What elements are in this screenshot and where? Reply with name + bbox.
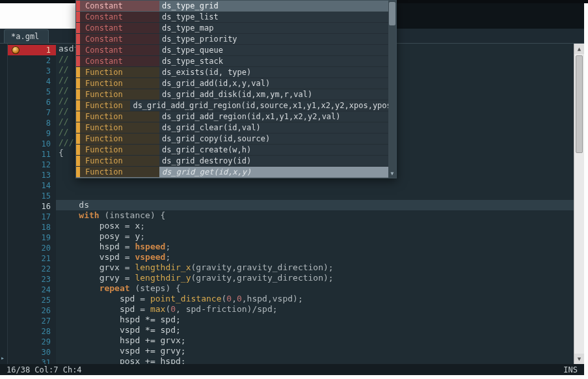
line-number: 27 [8, 316, 56, 326]
autocomplete-scrollbar[interactable]: ▼ [388, 1, 396, 178]
autocomplete-item[interactable]: Constantds_type_map [76, 23, 396, 34]
autocomplete-item-text: ds_type_grid [159, 1, 396, 10]
line-number: 29 [8, 337, 56, 347]
typed-text: ds [79, 200, 89, 210]
scroll-down-icon[interactable]: ▼ [388, 170, 396, 178]
autocomplete-item[interactable]: Constantds_type_grid [76, 1, 396, 12]
autocomplete-kind-label: Function [80, 167, 159, 177]
autocomplete-item[interactable]: Functionds_grid_add(id,x,y,val) [76, 78, 396, 89]
line-number: 23 [8, 274, 56, 285]
line-number: 14 [8, 180, 56, 191]
autocomplete-item[interactable]: Functionds_grid_add_region(id,x1,y1,x2,y… [76, 111, 396, 122]
code-text: // [59, 96, 69, 105]
line-number: 30 [8, 347, 56, 358]
scroll-up-icon[interactable]: ▲ [574, 44, 584, 54]
autocomplete-item-text: ds_grid_create(w,h) [159, 145, 396, 154]
autocomplete-kind-label: Constant [80, 34, 159, 44]
autocomplete-item-text: ds_type_map [159, 23, 396, 33]
autocomplete-item-text: ds_type_list [159, 12, 396, 21]
autocomplete-popup[interactable]: ▼ Constantds_type_gridConstantds_type_li… [75, 0, 397, 178]
line-number: 1 [8, 45, 56, 55]
tab-bar: *a.gml [0, 29, 49, 43]
line-number: 12 [8, 160, 56, 170]
autocomplete-item-text: ds_grid_add_region(id,x1,y1,x2,y2,val) [159, 112, 396, 121]
autocomplete-item[interactable]: Functionds_grid_add_disk(id,xm,ym,r,val) [76, 89, 396, 100]
autocomplete-kind-label: Function [80, 156, 159, 166]
autocomplete-item-text: ds_grid_copy(id,source) [159, 134, 396, 143]
autocomplete-kind-label: Constant [80, 1, 159, 11]
line-number: 22 [8, 264, 56, 274]
vertical-scrollbar[interactable]: ▲ ▼ [574, 44, 584, 364]
autocomplete-item-text: ds_grid_get(id,x,y) [159, 167, 396, 176]
line-number: 11 [8, 149, 56, 160]
line-number: 4 [8, 76, 56, 87]
fold-caret-icon[interactable]: ▸ [1, 354, 5, 361]
line-number: 10 [8, 139, 56, 149]
autocomplete-item-text: ds_type_queue [159, 46, 396, 55]
scroll-down-icon[interactable]: ▼ [574, 354, 584, 364]
autocomplete-kind-label: Constant [80, 45, 159, 55]
tab-file[interactable]: *a.gml [4, 29, 49, 43]
code-text: // [59, 117, 69, 126]
autocomplete-item[interactable]: Functionds_grid_clear(id,val) [76, 122, 396, 133]
line-number: 8 [8, 118, 56, 128]
autocomplete-item[interactable]: Functionds_grid_create(w,h) [76, 145, 396, 156]
line-number: 25 [8, 295, 56, 305]
line-number: 21 [8, 253, 56, 264]
autocomplete-kind-label: Function [80, 122, 159, 133]
line-number: 6 [8, 97, 56, 107]
autocomplete-item[interactable]: Functionds_exists(id, type) [76, 67, 396, 78]
current-line[interactable]: ds [56, 200, 584, 210]
line-number: 2 [8, 55, 56, 66]
autocomplete-kind-label: Function [80, 100, 130, 111]
autocomplete-item[interactable]: Constantds_type_list [76, 12, 396, 23]
autocomplete-item[interactable]: Functionds_grid_copy(id,source) [76, 133, 396, 145]
autocomplete-item-text: ds_exists(id, type) [159, 68, 396, 77]
autocomplete-item[interactable]: Constantds_type_stack [76, 56, 396, 67]
line-number: 19 [8, 232, 56, 243]
line-number-column: 1234567891011121314151617181920212223242… [8, 44, 56, 364]
autocomplete-scroll-thumb[interactable] [389, 2, 395, 25]
autocomplete-item-text: ds_grid_add(id,x,y,val) [159, 79, 396, 88]
autocomplete-kind-label: Function [80, 67, 159, 77]
line-number: 15 [8, 191, 56, 201]
code-text: // [59, 75, 69, 85]
code-text: /// [59, 137, 74, 147]
autocomplete-kind-label: Function [80, 133, 159, 144]
code-text: // [59, 64, 69, 74]
autocomplete-kind-label: Function [80, 78, 159, 89]
autocomplete-item[interactable]: Constantds_type_priority [76, 34, 396, 45]
line-number: 17 [8, 212, 56, 222]
autocomplete-item-text: ds_type_stack [159, 57, 396, 66]
code-text: // [59, 54, 69, 64]
autocomplete-item[interactable]: Functionds_grid_destroy(id) [76, 156, 396, 167]
line-number: 28 [8, 326, 56, 337]
autocomplete-kind-label: Constant [80, 12, 159, 22]
chrome-bottom [0, 375, 588, 379]
autocomplete-item-text: ds_grid_clear(id,val) [159, 123, 396, 132]
autocomplete-item-text: ds_grid_add_disk(id,xm,ym,r,val) [159, 90, 396, 99]
autocomplete-item-text: ds_grid_add_grid_region(id,source,x1,y1,… [130, 101, 396, 110]
autocomplete-kind-label: Function [80, 89, 159, 100]
fold-gutter[interactable]: ▸ [0, 44, 8, 364]
line-number: 16 [8, 201, 56, 212]
autocomplete-item[interactable]: Functionds_grid_get(id,x,y) [76, 167, 396, 178]
autocomplete-item[interactable]: Constantds_type_queue [76, 45, 396, 56]
line-number: 13 [8, 170, 56, 180]
code-text: // [59, 85, 69, 95]
code-text: // [59, 127, 69, 137]
line-number: 24 [8, 285, 56, 295]
code-text: { [59, 148, 64, 158]
autocomplete-item-text: ds_grid_destroy(id) [159, 156, 396, 165]
autocomplete-kind-label: Constant [80, 23, 159, 33]
autocomplete-kind-label: Constant [80, 56, 159, 66]
autocomplete-item-text: ds_type_priority [159, 35, 396, 44]
line-number: 26 [8, 305, 56, 316]
autocomplete-kind-label: Function [80, 111, 159, 122]
autocomplete-item[interactable]: Functionds_grid_add_grid_region(id,sourc… [76, 100, 396, 111]
autocomplete-kind-label: Function [80, 145, 159, 155]
scroll-thumb[interactable] [576, 55, 583, 153]
line-number: 5 [8, 87, 56, 97]
line-number: 18 [8, 222, 56, 232]
code-text: // [59, 106, 69, 116]
